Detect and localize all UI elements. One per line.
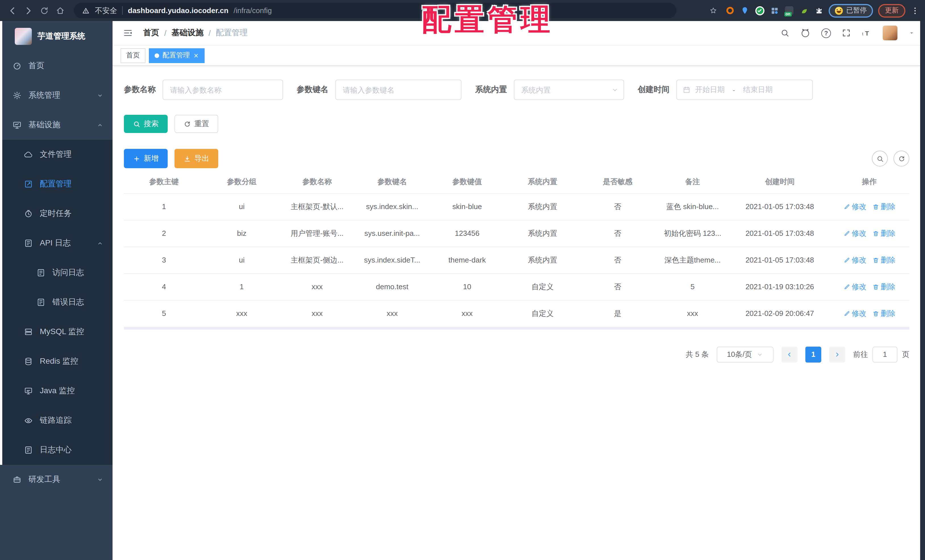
sidebar-item-java-monitor[interactable]: Java 监控 (0, 376, 113, 406)
sidebar-item-redis-monitor[interactable]: Redis 监控 (0, 347, 113, 376)
param-name-input-box (163, 80, 283, 100)
plus-icon (133, 155, 140, 162)
sidebar-item-access-logs[interactable]: 访问日志 (0, 258, 113, 288)
app-logo[interactable]: 芋道管理系统 (0, 21, 113, 51)
font-size-icon[interactable]: tT (862, 28, 872, 38)
breadcrumb-item-1[interactable]: 基础设施 (172, 28, 203, 38)
table-row-1[interactable]: 1ui主框架页-默认...sys.index.skin...skin-blue系… (124, 193, 909, 220)
browser-scrollbar[interactable] (920, 21, 925, 560)
edit-action-link[interactable]: 修改 (843, 255, 866, 265)
sidebar-item-trace[interactable]: 链路追踪 (0, 406, 113, 435)
browser-forward-button[interactable] (22, 4, 35, 17)
browser-back-button[interactable] (6, 4, 19, 17)
edit-action-link[interactable]: 修改 (843, 202, 866, 212)
sidebar-item-home[interactable]: 首页 (0, 51, 113, 81)
extension-green-leaf-icon[interactable] (799, 6, 809, 15)
sidebar-item-label: 定时任务 (40, 209, 72, 219)
export-button[interactable]: 导出 (175, 149, 218, 168)
extension-puzzle-icon[interactable] (814, 6, 824, 15)
delete-action-link[interactable]: 删除 (872, 282, 895, 292)
browser-reload-button[interactable] (38, 4, 51, 17)
sidebar-item-label: API 日志 (40, 238, 71, 248)
url-host: dashboard.yudao.iocoder.cn (128, 6, 229, 15)
user-menu-caret-icon[interactable] (908, 30, 915, 36)
user-avatar[interactable] (883, 26, 898, 40)
goto-page-input[interactable] (872, 346, 898, 362)
extension-paused-badge[interactable]: 已暂停 (829, 4, 873, 17)
pagination-total: 共 5 条 (686, 349, 709, 360)
tag-close-icon[interactable] (193, 53, 199, 58)
sidebar-item-api-logs[interactable]: API 日志 (0, 229, 113, 258)
sidebar-item-error-logs[interactable]: 错误日志 (0, 288, 113, 317)
sidebar-toggle-button[interactable] (123, 28, 133, 38)
sidebar-item-system-management[interactable]: 系统管理 (0, 81, 113, 110)
bookmark-star-icon[interactable] (707, 4, 720, 17)
address-bar[interactable]: 不安全 dashboard.yudao.iocoder.cn/infra/con… (74, 3, 676, 18)
extension-on-badge-icon[interactable]: on (784, 6, 794, 15)
table-row-2[interactable]: 2biz用户管理-账号...sys.user.init-pa...123456系… (124, 220, 909, 247)
header-search-icon[interactable] (780, 29, 789, 38)
current-page-button[interactable]: 1 (805, 346, 821, 362)
navbar-actions: ? tT (780, 26, 915, 40)
tag-config-management[interactable]: 配置管理 (149, 48, 205, 63)
next-page-button[interactable] (829, 346, 845, 362)
refresh-table-button[interactable] (893, 151, 909, 167)
sidebar-scrollbar-track[interactable] (0, 21, 2, 465)
sidebar-item-label: 文件管理 (40, 149, 72, 160)
date-range-picker[interactable]: 开始日期 - 结束日期 (676, 80, 813, 100)
table-row-3[interactable]: 3ui主框架页-侧边...sys.index.sideT...theme-dar… (124, 247, 909, 273)
param-key-input[interactable] (336, 80, 461, 99)
prev-page-button[interactable] (782, 346, 797, 362)
table-row-4[interactable]: 41xxxdemo.test10自定义否52021-01-19 03:10:26… (124, 273, 909, 300)
sidebar-item-file-management[interactable]: 文件管理 (0, 140, 113, 169)
doc-pen-icon (36, 298, 45, 307)
delete-action-link[interactable]: 删除 (872, 255, 895, 265)
edit-action-link[interactable]: 修改 (843, 282, 866, 292)
github-icon[interactable] (800, 28, 811, 38)
breadcrumb-item-0[interactable]: 首页 (143, 28, 159, 38)
sidebar-item-label: MySQL 监控 (40, 327, 84, 337)
sidebar-item-log-center[interactable]: 日志中心 (0, 435, 113, 465)
sidebar-item-infrastructure[interactable]: 基础设施 (0, 110, 113, 140)
system-built-in-select-input[interactable] (514, 80, 624, 99)
page-size-select[interactable]: 10条/页 (717, 346, 774, 362)
table-cell: 否 (580, 273, 655, 300)
browser-home-button[interactable] (53, 4, 67, 17)
extension-blue-pin-icon[interactable] (740, 6, 750, 15)
delete-action-link[interactable]: 删除 (872, 308, 895, 319)
system-built-in-select[interactable] (514, 80, 624, 100)
table-bottom-scrollbar[interactable] (124, 327, 909, 329)
edit-action-link[interactable]: 修改 (843, 228, 866, 238)
browser-menu-kebab-icon[interactable] (910, 6, 920, 15)
table-actions-cell: 修改删除 (829, 247, 909, 273)
param-name-label: 参数名称 (124, 85, 156, 95)
system-built-in-label: 系统内置 (475, 85, 507, 95)
search-button[interactable]: 搜索 (124, 115, 168, 133)
docs-help-icon[interactable]: ? (821, 28, 831, 38)
delete-action-link[interactable]: 删除 (872, 228, 895, 238)
security-warning-icon[interactable] (82, 6, 90, 15)
reset-button[interactable]: 重置 (175, 115, 218, 133)
filter-param-name: 参数名称 (124, 80, 283, 100)
doc-pen-icon (24, 239, 33, 248)
sidebar-item-dev-tools[interactable]: 研发工具 (0, 465, 113, 494)
table-cell: 4 (124, 273, 204, 300)
sidebar-item-config-management[interactable]: 配置管理 (0, 169, 113, 199)
delete-action-link[interactable]: 删除 (872, 202, 895, 212)
chevron-up-icon (96, 240, 104, 247)
sidebar-item-scheduled-tasks[interactable]: 定时任务 (0, 199, 113, 229)
extension-green-check-icon[interactable] (755, 6, 764, 15)
edit-action-link[interactable]: 修改 (843, 308, 866, 319)
param-name-input[interactable] (163, 80, 282, 99)
table-row-5[interactable]: 5xxxxxxxxxxxx自定义是xxx2021-02-09 20:06:47修… (124, 300, 909, 327)
cloud-icon (24, 150, 33, 159)
extension-orange-ring-icon[interactable] (725, 6, 735, 15)
expand-icon (842, 29, 851, 38)
tag-home[interactable]: 首页 (121, 48, 146, 63)
toggle-search-button[interactable] (872, 151, 888, 167)
browser-update-button[interactable]: 更新 (878, 4, 905, 17)
add-button[interactable]: 新增 (124, 149, 168, 168)
fullscreen-icon[interactable] (842, 29, 851, 38)
extension-blue-grid-icon[interactable] (770, 6, 779, 15)
sidebar-item-mysql-monitor[interactable]: MySQL 监控 (0, 317, 113, 347)
